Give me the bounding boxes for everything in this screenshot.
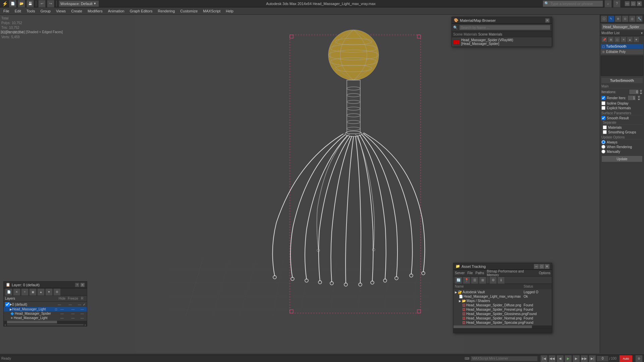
asset-info-button[interactable]: ℹ xyxy=(497,277,505,284)
asset-tracking-title-bar[interactable]: 📁 Asset Tracking ─ □ ✕ xyxy=(453,263,552,270)
update-button[interactable]: Update xyxy=(601,156,643,162)
create-tab[interactable]: ⬡ xyxy=(601,15,607,22)
menu-graph-editors[interactable]: Graph Editors xyxy=(127,8,155,14)
anim-start-button[interactable]: |◀ xyxy=(540,355,548,362)
modify-tab[interactable]: ✎ xyxy=(608,15,614,22)
close-button[interactable]: ✕ xyxy=(637,1,642,6)
layer-row-light2[interactable]: ☀ Head_Massager_Light — — — xyxy=(4,316,87,320)
asset-item-normal[interactable]: 🖼 Head_Massager_Spider_Normal.png Found xyxy=(454,316,551,320)
layer-row-spider[interactable]: 🔷 Head_Massager_Spider — — — xyxy=(4,311,87,316)
minimize-button[interactable]: — xyxy=(625,1,630,6)
redo-button[interactable]: ↪ xyxy=(47,0,54,7)
layer-up-button[interactable]: ▲ xyxy=(37,288,45,296)
layers-scrollbar[interactable] xyxy=(4,321,87,323)
anim-fwd-button[interactable]: ▶▶ xyxy=(581,355,588,362)
frame-input[interactable] xyxy=(597,356,608,362)
workspace-dropdown[interactable]: Workspace: Default ▾ xyxy=(59,0,99,7)
modifier-turbosmooth[interactable]: ◻ TurboSmooth xyxy=(601,44,643,49)
anim-back-button[interactable]: ◀ xyxy=(556,355,564,362)
when-rendering-radio[interactable] xyxy=(601,145,605,149)
iterations-up-btn[interactable]: ▲ xyxy=(639,89,643,92)
asset-item-glossiness[interactable]: 🖼 Head_Massager_Spider_Glossiness.png Fo… xyxy=(454,312,551,316)
menu-file[interactable]: File xyxy=(1,8,12,14)
menu-create[interactable]: Create xyxy=(68,8,85,14)
time-config-button[interactable]: ⚙ xyxy=(635,355,643,362)
maxscript-input[interactable] xyxy=(471,356,538,361)
select-objects-button[interactable]: ▣ xyxy=(29,288,37,296)
material-browser-close-button[interactable]: ✕ xyxy=(545,18,550,23)
anim-play-button[interactable]: ▶ xyxy=(565,355,572,362)
asset-menu-file[interactable]: File xyxy=(467,271,473,275)
asset-group-maps[interactable]: ▶ 📂 Maps / Shaders xyxy=(454,299,551,303)
asset-group-vault[interactable]: ▶ 🔐 Autodesk Vault Logged O xyxy=(454,290,551,294)
asset-refresh-button[interactable]: 🔄 xyxy=(455,277,462,284)
hierarchy-tab[interactable]: ⊛ xyxy=(615,15,622,22)
asset-detail-view-button[interactable]: ⊞ xyxy=(479,277,486,284)
mod-down-button[interactable]: ▼ xyxy=(633,37,639,43)
asset-minimize-button[interactable]: ─ xyxy=(534,264,539,269)
smoothing-groups-checkbox[interactable] xyxy=(603,130,607,134)
asset-menu-paths[interactable]: Paths xyxy=(476,271,484,275)
modifier-editablepoly[interactable]: ⊕ Editable Poly xyxy=(601,49,643,54)
render-iters-input[interactable] xyxy=(628,95,636,101)
help-button[interactable]: ? xyxy=(613,0,621,7)
add-to-layer-button[interactable]: + xyxy=(21,288,29,296)
menu-edit[interactable]: Edit xyxy=(12,8,24,14)
menu-group[interactable]: Group xyxy=(38,8,53,14)
new-layer-button[interactable]: 📄 xyxy=(5,288,12,296)
material-item[interactable]: Head_Massager_Spider (VRayMtl) [Head_Mas… xyxy=(452,37,552,47)
always-radio[interactable] xyxy=(601,140,605,144)
asset-item-maxfile[interactable]: 📄 Head_Massager_Light_max_vray.max Ok xyxy=(454,294,551,299)
menu-modifiers[interactable]: Modifiers xyxy=(85,8,105,14)
layers-title-bar[interactable]: 📋 Layer: 0 (default) ? ✕ xyxy=(4,282,87,288)
menu-rendering[interactable]: Rendering xyxy=(155,8,178,14)
mod-remove-button[interactable]: ✕ xyxy=(621,37,627,43)
asset-item-specular[interactable]: 🖼 Head_Massager_Spider_Specular.png Foun… xyxy=(454,320,551,325)
layer-row-default[interactable]: ▶ 0 (default) — — — ✓ xyxy=(4,302,87,307)
mod-show-button[interactable]: ◻ xyxy=(614,37,620,43)
layer-checkbox-default[interactable] xyxy=(5,302,10,307)
search-box[interactable]: 🔍 xyxy=(543,0,603,7)
render-iters-checkbox[interactable] xyxy=(601,96,605,100)
layer-down-button[interactable]: ▼ xyxy=(45,288,53,296)
menu-help[interactable]: Help xyxy=(223,8,236,14)
asset-menu-bitmap[interactable]: Bitmap Performance and Memory xyxy=(487,269,536,277)
menu-tools[interactable]: Tools xyxy=(24,8,38,14)
menu-maxscript[interactable]: MAXScript xyxy=(200,8,223,14)
asset-list-view-button[interactable]: ☰ xyxy=(471,277,478,284)
layers-help-button[interactable]: ? xyxy=(75,283,79,287)
undo-button[interactable]: ↩ xyxy=(38,0,46,7)
delete-layer-button[interactable]: ✕ xyxy=(13,288,20,296)
asset-item-fresnel[interactable]: 🖼 Head_Massager_Spider_Fresnel.png Found xyxy=(454,307,551,312)
render-iters-up-btn[interactable]: ▲ xyxy=(637,95,641,98)
menu-customize[interactable]: Customize xyxy=(177,8,200,14)
menu-views[interactable]: Views xyxy=(53,8,68,14)
iterations-down-btn[interactable]: ▼ xyxy=(639,92,643,95)
save-file-button[interactable]: 💾 xyxy=(26,0,34,7)
open-file-button[interactable]: 📂 xyxy=(18,0,25,7)
mod-view-button[interactable]: ⊞ xyxy=(608,37,614,43)
iterations-input[interactable] xyxy=(629,89,639,95)
search-input[interactable] xyxy=(550,2,601,6)
asset-item-diffuse[interactable]: 🖼 Head_Massager_Spider_Diffuse.png Found xyxy=(454,303,551,307)
mod-up-button[interactable]: ▲ xyxy=(627,37,633,43)
layers-close-button[interactable]: ✕ xyxy=(80,283,85,287)
manually-radio[interactable] xyxy=(601,149,605,154)
asset-hscrollbar[interactable] xyxy=(453,325,552,328)
explicit-normals-checkbox[interactable] xyxy=(601,106,605,110)
new-file-button[interactable]: 📄 xyxy=(9,0,16,7)
materials-checkbox[interactable] xyxy=(603,125,607,129)
render-iters-down-btn[interactable]: ▼ xyxy=(637,98,641,101)
anim-prev-button[interactable]: ◀◀ xyxy=(548,355,556,362)
anim-next-button[interactable]: ▶ xyxy=(573,355,580,362)
viewport[interactable]: Total Polys:10,752 Tris:10,752 Edges:32,… xyxy=(0,15,600,353)
asset-menu-options[interactable]: Options xyxy=(539,271,550,275)
mod-pin-button[interactable]: 📌 xyxy=(601,37,607,43)
asset-maximize-button[interactable]: □ xyxy=(539,264,544,269)
menu-animation[interactable]: Animation xyxy=(105,8,127,14)
motion-tab[interactable]: ⊙ xyxy=(622,15,629,22)
iterations-spinner[interactable]: ▲ ▼ xyxy=(629,89,643,95)
smooth-result-checkbox[interactable] xyxy=(601,116,605,120)
isoline-checkbox[interactable] xyxy=(601,101,605,105)
maximize-button[interactable]: □ xyxy=(631,1,636,6)
